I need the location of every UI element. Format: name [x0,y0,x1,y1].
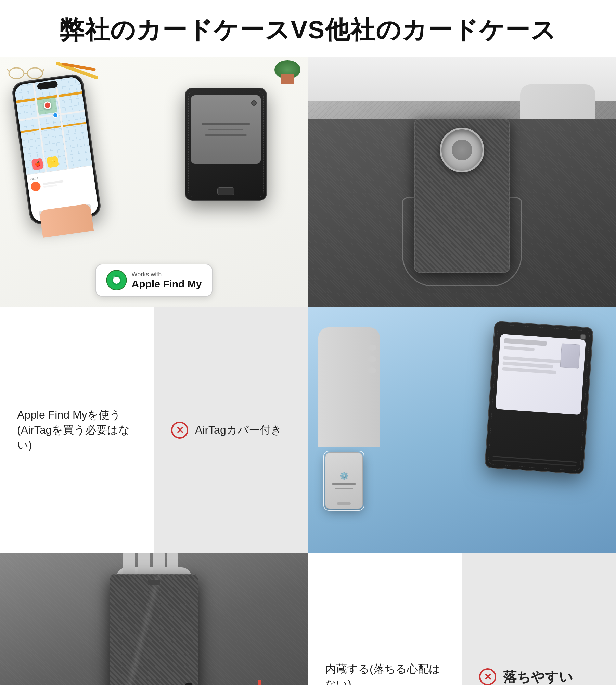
label-left-1: Apple Find Myを使う(AirTagを買う必要はない) [0,307,154,553]
red-drop-arrow [252,680,267,685]
card-case-product [185,88,267,201]
find-my-badge: Works with Apple Find My [95,264,213,297]
label-text-right-1: AirTagカバー付き [195,423,282,438]
label-right-1: ✕ AirTagカバー付き [154,307,308,553]
bottom-right-cell: ⚡ [0,553,308,685]
x-badge-2: ✕ [479,668,496,685]
label-right-2: ✕ 落ちやすい [462,553,616,685]
svg-point-8 [113,276,116,279]
x-badge-symbol-2: ✕ [484,671,492,683]
x-badge-1: ✕ [171,422,188,439]
label-row-2: 内蔵する(落ちる心配はない) ✕ 落ちやすい [308,553,616,685]
find-my-icon [106,270,127,290]
comparison-grid: 🍎 ⭐ Items [0,57,616,685]
tracker-chip-card: ⚙️ [325,452,364,509]
label-row-1: Apple Find Myを使う(AirTagを買う必要はない) ✕ AirTa… [0,307,308,553]
label-text-left-2: 内蔵する(落ちる心配はない) [325,662,445,685]
x-badge-symbol-1: ✕ [176,425,184,436]
svg-line-3 [7,69,9,71]
svg-point-0 [9,68,24,79]
find-my-text: Works with Apple Find My [132,271,202,290]
svg-point-5 [107,271,126,290]
competitor-wallet: ⚡ [110,574,198,685]
find-my-works-with-label: Works with [132,271,202,278]
label-left-2: 内蔵する(落ちる心配はない) [308,553,462,685]
page-title: 弊社のカードケースVS他社のカードケース [0,0,616,57]
find-my-logo-icon [107,270,127,290]
label-text-left-1: Apple Find Myを使う(AirTagを買う必要はない) [17,408,137,453]
find-my-app-name: Apple Find My [132,278,202,290]
label-text-right-2: 落ちやすい [503,668,573,685]
svg-point-1 [27,68,42,79]
svg-line-4 [42,69,44,71]
top-left-cell: 🍎 ⭐ Items [0,57,308,307]
svg-point-7 [114,278,119,283]
wallet-open-view [484,321,593,474]
bottom-left-cell: ⚙️ [308,307,616,553]
top-right-cell [308,57,616,307]
page-wrapper: 弊社のカードケースVS他社のカードケース [0,0,616,685]
